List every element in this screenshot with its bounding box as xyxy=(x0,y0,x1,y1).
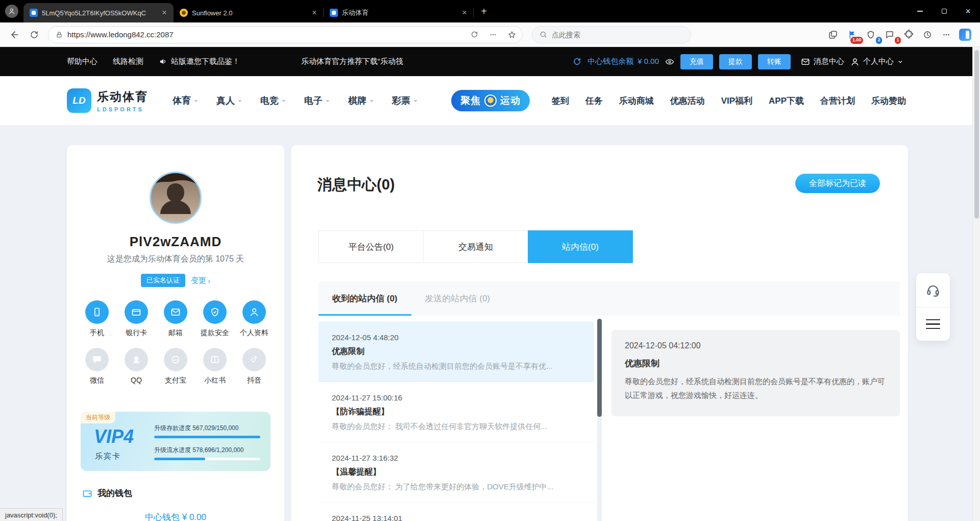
url-text[interactable]: https://www.ledong842.cc:2087 xyxy=(67,30,462,39)
tab-site-mail[interactable]: 站内信(0) xyxy=(528,230,633,263)
vip-level-card[interactable]: 当前等级 VIP4 乐宾卡 升级存款进度 567,029/150,000 升级流… xyxy=(81,412,271,471)
messages-chat-icon[interactable]: 1 xyxy=(881,26,898,43)
back-button[interactable] xyxy=(6,26,23,43)
social-item-qq[interactable]: QQ xyxy=(121,348,151,385)
site-info-lock-icon[interactable] xyxy=(56,31,63,38)
help-center-link[interactable]: 帮助中心 xyxy=(67,57,97,66)
shopping-badge: 1.00 xyxy=(850,37,863,44)
browser-tab-bar: 5LmQ5Yqo5L2T6IKyfOS5kOWKqC × Sunflower 2… xyxy=(0,0,980,22)
download-announcement-link[interactable]: 站版邀您下载品鉴！ xyxy=(159,57,240,66)
nav-link-mall[interactable]: 乐动商城 xyxy=(619,95,654,107)
nav-menu-sports[interactable]: 体育 xyxy=(173,94,198,107)
security-item-personal-info[interactable]: 个人资料 xyxy=(239,300,269,338)
subtab-sent-mail[interactable]: 发送的站内信 (0) xyxy=(411,281,504,316)
browser-window: 5LmQ5Yqo5L2T6IKyfOS5kOWKqC × Sunflower 2… xyxy=(0,0,980,521)
mark-all-read-button[interactable]: 全部标记为已读 xyxy=(795,174,880,193)
browser-tab-ledong[interactable]: 乐动体育 × xyxy=(324,3,474,22)
nav-menu-live[interactable]: 真人 xyxy=(216,94,242,107)
nav-link-promotions[interactable]: 优惠活动 xyxy=(670,95,705,107)
message-list-item[interactable]: 2024-11-25 13:14:01 xyxy=(318,503,594,521)
history-clock-icon[interactable] xyxy=(919,26,936,43)
social-item-douyin[interactable]: 抖音 xyxy=(239,348,269,385)
security-item-phone[interactable]: 手机 xyxy=(82,300,112,338)
page-scrollbar-thumb[interactable] xyxy=(974,50,979,219)
more-in-address-icon[interactable] xyxy=(486,28,500,42)
withdraw-button[interactable]: 提款 xyxy=(719,54,752,69)
chevron-down-icon xyxy=(238,100,242,104)
window-close-button[interactable]: × xyxy=(956,0,980,22)
customer-service-button[interactable] xyxy=(916,273,950,307)
social-item-alipay[interactable]: 支付宝 xyxy=(161,348,190,385)
window-maximize-button[interactable] xyxy=(932,0,956,22)
tab-platform-announcements[interactable]: 平台公告(0) xyxy=(318,230,424,263)
quick-search-box[interactable] xyxy=(532,26,691,43)
nav-menu-slots[interactable]: 电子 xyxy=(304,94,330,107)
nav-menu-cards[interactable]: 棋牌 xyxy=(348,94,374,107)
tab-close-icon[interactable]: × xyxy=(309,8,320,18)
nav-link-app-download[interactable]: APP下载 xyxy=(769,95,804,107)
wallet-refresh-icon[interactable] xyxy=(573,57,581,66)
avatar[interactable] xyxy=(150,172,202,224)
new-tab-button[interactable]: + xyxy=(474,0,494,22)
page-scrollbar[interactable] xyxy=(972,47,980,521)
qq-icon xyxy=(125,348,148,371)
line-check-link[interactable]: 线路检测 xyxy=(113,57,143,66)
search-input[interactable] xyxy=(552,31,683,39)
social-item-wechat[interactable]: 微信 xyxy=(82,348,112,385)
copilot-sidebar-icon[interactable] xyxy=(957,26,974,43)
nav-link-vip[interactable]: VIP福利 xyxy=(721,95,752,107)
change-link[interactable]: 变更› xyxy=(191,276,210,286)
address-bar[interactable]: https://www.ledong842.cc:2087 xyxy=(48,26,523,43)
tab-favicon-ledong-icon xyxy=(330,9,338,17)
message-list-scrollbar[interactable] xyxy=(597,319,602,521)
nav-menu-lottery[interactable]: 彩票 xyxy=(392,94,418,107)
tab-transaction-notices[interactable]: 交易通知 xyxy=(423,230,528,263)
browser-tab-sunflower[interactable]: Sunflower 2.0 × xyxy=(174,3,324,22)
deposit-button[interactable]: 充值 xyxy=(680,54,713,69)
message-list-item[interactable]: 2024-11-27 15:00:16 【防诈骗提醒】 尊敬的会员您好： 我司不… xyxy=(318,382,594,442)
message-detail-title: 优惠限制 xyxy=(625,358,887,369)
site-logo[interactable]: LD 乐动体育 LDSPORTS xyxy=(67,88,148,113)
tab-title: 乐动体育 xyxy=(342,8,455,17)
security-item-bank-card[interactable]: 银行卡 xyxy=(121,300,151,338)
chevron-down-icon xyxy=(326,100,330,104)
nav-link-tasks[interactable]: 任务 xyxy=(585,95,603,107)
reload-button[interactable] xyxy=(26,26,43,43)
side-menu-button[interactable] xyxy=(916,307,950,341)
nav-link-affiliate[interactable]: 合营计划 xyxy=(820,95,855,107)
tab-close-icon[interactable]: × xyxy=(159,8,169,18)
rewards-shield-icon[interactable]: 2 xyxy=(862,26,879,43)
window-minimize-button[interactable] xyxy=(908,0,932,22)
tab-close-icon[interactable]: × xyxy=(459,8,470,18)
toolbar-extensions-area: 1.00 2 1 xyxy=(824,26,974,43)
shopping-flag-icon[interactable]: 1.00 xyxy=(843,26,861,43)
topbar-account-area: 中心钱包余额¥ 0.00 充值 提款 转账 消息中心 xyxy=(573,54,903,69)
transfer-button[interactable]: 转账 xyxy=(758,54,791,69)
settings-ellipsis-icon[interactable] xyxy=(938,26,955,43)
tab-favicon-sunflower-icon xyxy=(180,9,188,17)
browser-tab-active[interactable]: 5LmQ5Yqo5L2T6IKyfOS5kOWKqC × xyxy=(23,3,174,22)
scrollbar-thumb[interactable] xyxy=(597,319,602,417)
message-center-card: 消息中心(0) 全部标记为已读 平台公告(0) 交易通知 站内信(0) 收到的站… xyxy=(291,145,908,521)
security-item-email[interactable]: 邮箱 xyxy=(161,300,190,338)
subtab-received-mail[interactable]: 收到的站内信 (0) xyxy=(318,281,411,316)
focus-emblem-icon xyxy=(484,94,497,107)
nav-link-checkin[interactable]: 签到 xyxy=(552,95,569,107)
eye-icon[interactable] xyxy=(665,57,674,66)
nav-link-sponsorship[interactable]: 乐动赞助 xyxy=(871,95,906,107)
profile-sidebar-card: PlV2wZAAMD 这是您成为乐动体育会员的第 1075 天 已实名认证 变更… xyxy=(67,145,284,521)
reading-copy-icon[interactable] xyxy=(824,26,842,43)
message-list-item[interactable]: 2024-11-27 3:16:32 【温馨提醒】 尊敬的会员您好： 为了给您带… xyxy=(318,442,594,503)
favorite-star-icon[interactable] xyxy=(505,28,519,42)
message-list-item[interactable]: 2024-12-05 4:48:20 优惠限制 尊敬的会员您好，经系统自动检测目… xyxy=(318,322,594,382)
extensions-puzzle-icon[interactable] xyxy=(900,26,917,43)
browser-profile-button[interactable] xyxy=(0,0,23,22)
social-item-xiaohongshu[interactable]: 小红书 xyxy=(200,348,230,385)
translate-refresh-icon[interactable] xyxy=(467,28,481,42)
chevron-down-icon xyxy=(282,100,286,104)
message-center-link[interactable]: 消息中心 xyxy=(801,57,844,66)
focus-sports-banner[interactable]: 聚焦 运动 xyxy=(451,90,530,111)
personal-center-link[interactable]: 个人中心 xyxy=(850,57,903,66)
nav-menu-esports[interactable]: 电竞 xyxy=(260,94,286,107)
security-item-withdraw-safety[interactable]: 提款安全 xyxy=(200,300,230,338)
